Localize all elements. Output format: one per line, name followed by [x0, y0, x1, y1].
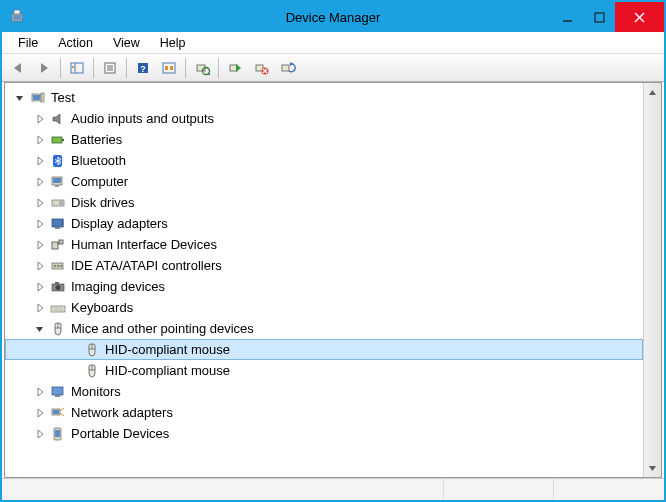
svg-rect-27	[282, 65, 289, 71]
svg-rect-22	[230, 65, 237, 71]
svg-rect-1	[13, 15, 21, 20]
tree-node-label: Disk drives	[71, 195, 135, 210]
tree-node[interactable]: HID-compliant mouse	[5, 339, 643, 360]
tree-node[interactable]: Keyboards	[5, 297, 643, 318]
collapse-icon[interactable]	[33, 322, 47, 336]
computer-icon	[29, 89, 47, 107]
svg-rect-31	[52, 137, 62, 143]
uninstall-button[interactable]	[275, 57, 299, 79]
tree-node[interactable]: Human Interface Devices	[5, 234, 643, 255]
separator	[60, 58, 61, 78]
menubar: File Action View Help	[2, 32, 664, 54]
tree-node[interactable]: Network adapters	[5, 402, 643, 423]
tree-node[interactable]: Computer	[5, 171, 643, 192]
expand-icon[interactable]	[33, 406, 47, 420]
vertical-scrollbar[interactable]	[643, 83, 661, 477]
tree-node-label: Portable Devices	[71, 426, 169, 441]
device-tree[interactable]: TestAudio inputs and outputsBatteriesBlu…	[5, 83, 643, 477]
toolbar: ?	[2, 54, 664, 82]
svg-rect-4	[595, 13, 604, 22]
back-button[interactable]	[6, 57, 30, 79]
tree-node-label: Human Interface Devices	[71, 237, 217, 252]
help-button[interactable]: ?	[131, 57, 155, 79]
svg-rect-2	[14, 10, 20, 14]
tree-node-label: Test	[51, 90, 75, 105]
menu-action[interactable]: Action	[48, 34, 103, 52]
titlebar[interactable]: Device Manager	[2, 2, 664, 32]
portable-icon	[49, 425, 67, 443]
svg-rect-42	[52, 242, 58, 249]
collapse-icon[interactable]	[13, 91, 27, 105]
update-driver-button[interactable]	[157, 57, 181, 79]
svg-rect-18	[170, 66, 173, 70]
close-button[interactable]	[615, 2, 664, 32]
menu-file[interactable]: File	[8, 34, 48, 52]
mouse-icon	[83, 362, 101, 380]
keyboard-icon	[49, 299, 67, 317]
expand-icon[interactable]	[33, 196, 47, 210]
tree-node-label: Computer	[71, 174, 128, 189]
disk-icon	[49, 194, 67, 212]
expand-icon[interactable]	[33, 301, 47, 315]
enable-button[interactable]	[223, 57, 247, 79]
tree-node[interactable]: Test	[5, 87, 643, 108]
expand-icon[interactable]	[33, 238, 47, 252]
separator	[218, 58, 219, 78]
svg-rect-17	[165, 66, 168, 70]
menu-view[interactable]: View	[103, 34, 150, 52]
tree-node[interactable]: Display adapters	[5, 213, 643, 234]
svg-point-46	[54, 265, 56, 267]
window-title: Device Manager	[286, 10, 381, 25]
maximize-button[interactable]	[583, 2, 615, 32]
tree-node[interactable]: Batteries	[5, 129, 643, 150]
properties-button[interactable]	[98, 57, 122, 79]
svg-rect-52	[51, 306, 65, 312]
svg-rect-40	[62, 219, 64, 227]
tree-node-label: Bluetooth	[71, 153, 126, 168]
disable-button[interactable]	[249, 57, 273, 79]
spacer	[67, 364, 81, 378]
expand-icon[interactable]	[33, 259, 47, 273]
bluetooth-icon	[49, 152, 67, 170]
expand-icon[interactable]	[33, 385, 47, 399]
tree-node[interactable]: Monitors	[5, 381, 643, 402]
tree-node[interactable]: Mice and other pointing devices	[5, 318, 643, 339]
svg-rect-16	[163, 63, 175, 73]
tree-node[interactable]: Audio inputs and outputs	[5, 108, 643, 129]
app-icon	[8, 7, 28, 27]
svg-rect-9	[72, 66, 74, 68]
scroll-up-icon[interactable]	[644, 83, 661, 101]
network-icon	[49, 404, 67, 422]
expand-icon[interactable]	[33, 427, 47, 441]
svg-rect-41	[55, 227, 60, 229]
tree-node[interactable]: Disk drives	[5, 192, 643, 213]
svg-point-47	[57, 265, 59, 267]
svg-rect-62	[55, 395, 60, 397]
tree-node[interactable]: Bluetooth	[5, 150, 643, 171]
minimize-button[interactable]	[551, 2, 583, 32]
svg-point-50	[56, 285, 61, 290]
expand-icon[interactable]	[33, 175, 47, 189]
expand-icon[interactable]	[33, 112, 47, 126]
expand-icon[interactable]	[33, 280, 47, 294]
menu-help[interactable]: Help	[150, 34, 196, 52]
forward-button[interactable]	[32, 57, 56, 79]
tree-node[interactable]: Portable Devices	[5, 423, 643, 444]
show-hide-console-tree-button[interactable]	[65, 57, 89, 79]
scan-hardware-button[interactable]	[190, 57, 214, 79]
pc-icon	[49, 173, 67, 191]
svg-text:?: ?	[140, 63, 146, 73]
tree-node[interactable]: IDE ATA/ATAPI controllers	[5, 255, 643, 276]
svg-rect-29	[33, 95, 40, 100]
expand-icon[interactable]	[33, 217, 47, 231]
statusbar	[2, 478, 664, 500]
scroll-down-icon[interactable]	[644, 459, 661, 477]
tree-node-label: Monitors	[71, 384, 121, 399]
svg-rect-51	[55, 282, 59, 284]
tree-node[interactable]: HID-compliant mouse	[5, 360, 643, 381]
tree-node[interactable]: Imaging devices	[5, 276, 643, 297]
client-area: TestAudio inputs and outputsBatteriesBlu…	[4, 82, 662, 478]
expand-icon[interactable]	[33, 133, 47, 147]
svg-rect-35	[53, 178, 61, 183]
expand-icon[interactable]	[33, 154, 47, 168]
